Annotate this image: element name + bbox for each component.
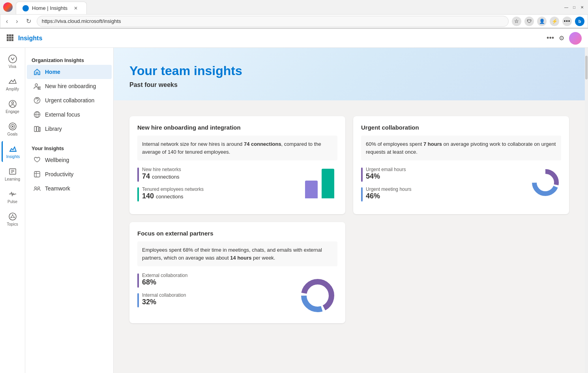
toolbar-more-button[interactable]: ••• (547, 34, 554, 42)
bar-chart (305, 167, 337, 198)
metric-value-new-hire: 74 connections (142, 172, 181, 181)
nav-item-insights[interactable]: Insights (2, 141, 24, 162)
browser-chrome: Home | Insights ✕ — □ ✕ ‹ › ↻ ☆ 🛡 👤 ⚡ ••… (0, 0, 588, 29)
sidebar-item-wellbeing[interactable]: Wellbeing (27, 153, 112, 167)
minimize-button[interactable]: — (564, 4, 569, 10)
topics-icon (8, 212, 17, 221)
nav-item-goals[interactable]: Goals (2, 119, 24, 139)
new-hire-card: New hire onboarding and integration Inte… (129, 116, 345, 214)
your-section-title: Your Insights (25, 142, 113, 153)
profile-icon[interactable]: 👤 (537, 17, 547, 26)
urgent-metrics: Urgent email hours 54% Urgent meeting ho… (361, 167, 523, 206)
productivity-icon (33, 170, 41, 178)
hero-subtitle: Past four weeks (129, 81, 569, 89)
tab-close-button[interactable]: ✕ (74, 6, 78, 11)
svg-rect-4 (9, 37, 11, 39)
urgent-card-desc: 60% of employees spent 7 hours on averag… (361, 136, 561, 160)
metric-info-urgent-email: Urgent email hours 54% (366, 167, 406, 181)
external-partners-card: Focus on external partners Employees spe… (129, 222, 345, 323)
nav-label-topics: Topics (7, 222, 18, 226)
metric-row-urgent-meeting: Urgent meeting hours 46% (361, 186, 523, 202)
tab-bar: Home | Insights ✕ (16, 0, 560, 14)
metric-label-internal-collab: Internal collaboration (142, 292, 186, 298)
sidebar-item-new-hire[interactable]: New hire onboarding (27, 79, 112, 93)
bar-new-hire (305, 181, 318, 198)
forward-button[interactable]: › (13, 17, 20, 26)
external-donut-chart (298, 276, 337, 315)
grid-menu-icon[interactable] (6, 34, 13, 42)
hero-title: Your team insights (129, 64, 569, 78)
sidebar-label-home: Home (45, 69, 60, 75)
browser-actions: ☆ 🛡 👤 ⚡ ••• b (512, 17, 584, 26)
metric-label-urgent-email: Urgent email hours (366, 167, 406, 172)
shield-icon: 🛡 (524, 17, 534, 26)
home-icon (33, 68, 41, 76)
back-button[interactable]: ‹ (4, 17, 10, 26)
urgent-chart: Urgent email hours 54% Urgent meeting ho… (361, 167, 561, 206)
sidebar-item-productivity[interactable]: Productivity (27, 167, 112, 181)
sidebar-item-external[interactable]: External focus (27, 107, 112, 122)
nav-label-goals: Goals (7, 132, 17, 136)
sidebar-item-library[interactable]: Library (27, 122, 112, 136)
bing-icon[interactable]: b (575, 17, 584, 26)
toolbar-settings-button[interactable]: ⚙ (559, 34, 564, 42)
nav-item-engage[interactable]: Engage (2, 96, 24, 117)
urgent-donut-chart (530, 167, 561, 198)
svg-rect-3 (7, 37, 9, 39)
sidebar-label-urgent: Urgent collaboration (45, 97, 94, 104)
window-controls: — □ ✕ (564, 4, 585, 10)
extensions-icon[interactable]: ⚡ (550, 17, 559, 26)
scrollbar-thumb[interactable] (585, 56, 588, 79)
nav-item-viva[interactable]: Viva (2, 51, 24, 72)
nav-item-amplify[interactable]: Amplify (2, 73, 24, 94)
svg-point-26 (35, 84, 37, 86)
svg-rect-5 (11, 37, 13, 39)
new-hire-card-title: New hire onboarding and integration (137, 124, 337, 131)
nav-label-learning: Learning (5, 177, 20, 181)
learning-icon (8, 167, 17, 176)
user-avatar[interactable] (569, 32, 582, 45)
sidebar-item-teamwork[interactable]: Teamwork (27, 181, 112, 196)
active-tab[interactable]: Home | Insights ✕ (16, 2, 87, 14)
refresh-button[interactable]: ↻ (24, 17, 34, 26)
new-hire-metrics: New hire networks 74 connections Tenured… (137, 167, 299, 206)
goals-icon (8, 122, 17, 131)
svg-point-31 (37, 102, 37, 102)
metric-indicator-tenured (137, 187, 139, 202)
nav-item-pulse[interactable]: Pulse (2, 186, 24, 207)
metric-row-tenured: Tenured employees networks 140 connectio… (137, 186, 299, 202)
main-content: Your team insights Past four weeks New h… (114, 48, 585, 373)
insights-icon (8, 144, 18, 154)
external-donut-svg (298, 276, 337, 315)
sidebar-divider (25, 136, 113, 142)
nav-item-learning[interactable]: Learning (2, 164, 24, 185)
viva-nav: Viva Amplify Engage Goals (0, 48, 25, 373)
org-section-title: Organization Insights (25, 54, 113, 65)
svg-rect-38 (34, 171, 40, 177)
svg-point-14 (12, 126, 13, 127)
metric-indicator-urgent-meeting (361, 187, 363, 202)
maximize-button[interactable]: □ (571, 4, 577, 10)
close-button[interactable]: ✕ (579, 4, 585, 10)
bar-tenured (322, 169, 334, 198)
metric-info-urgent-meeting: Urgent meeting hours 46% (366, 186, 411, 200)
address-bar: ‹ › ↻ ☆ 🛡 👤 ⚡ ••• b (0, 14, 588, 28)
nav-label-viva: Viva (9, 64, 16, 69)
url-input[interactable] (37, 16, 509, 27)
sidebar-item-urgent[interactable]: Urgent collaboration (27, 93, 112, 107)
nav-label-amplify: Amplify (6, 87, 19, 91)
scrollbar[interactable] (585, 48, 588, 373)
external-chart: External collaboration 68% Internal coll… (137, 273, 337, 315)
metric-indicator-urgent-email (361, 168, 363, 182)
favorites-icon[interactable]: ☆ (512, 17, 521, 26)
metric-label-external-collab: External collaboration (142, 273, 187, 278)
app-toolbar: Insights ••• ⚙ (0, 29, 588, 48)
menu-icon[interactable]: ••• (562, 17, 572, 26)
app-layout: Viva Amplify Engage Goals (0, 48, 588, 373)
sidebar-item-home[interactable]: Home (27, 65, 112, 79)
nav-item-topics[interactable]: Topics (2, 209, 24, 230)
metric-value-tenured: 140 connections (142, 192, 204, 200)
metric-label-tenured: Tenured employees networks (142, 186, 204, 192)
sidebar-label-wellbeing: Wellbeing (45, 157, 69, 163)
external-card-title: Focus on external partners (137, 230, 337, 237)
